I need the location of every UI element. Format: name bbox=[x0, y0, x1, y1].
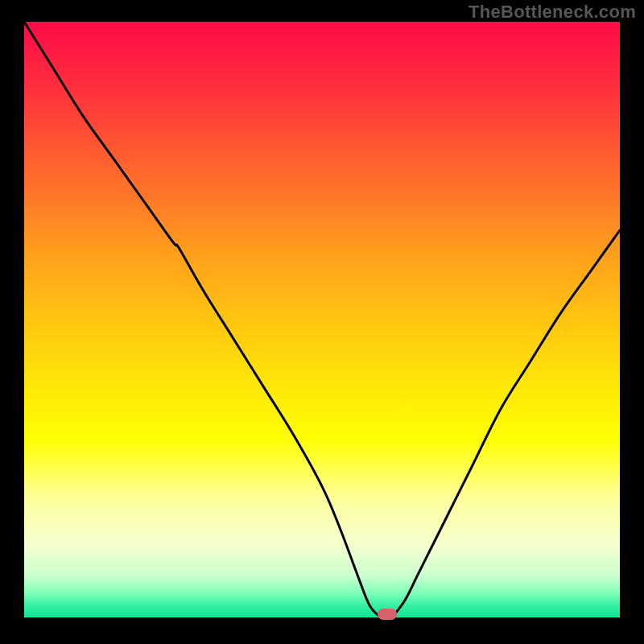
plot-area bbox=[24, 22, 620, 617]
watermark-text: TheBottleneck.com bbox=[469, 2, 636, 23]
bottleneck-marker bbox=[378, 609, 397, 620]
chart-frame: TheBottleneck.com bbox=[0, 0, 644, 644]
curve-line bbox=[24, 22, 620, 617]
